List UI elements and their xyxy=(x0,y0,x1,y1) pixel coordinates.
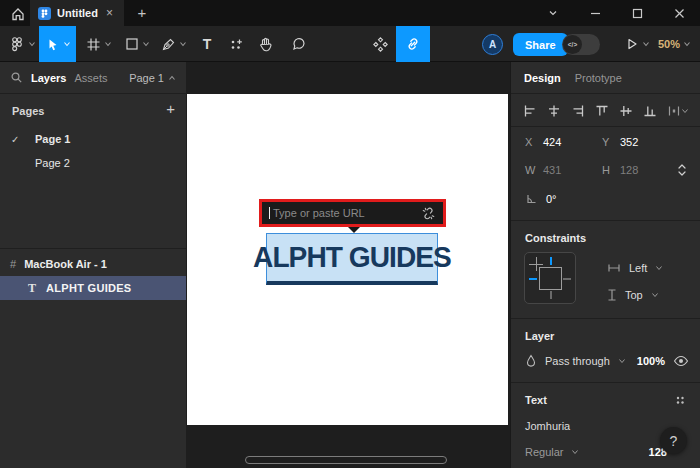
pen-icon xyxy=(161,37,176,52)
dev-mode-toggle[interactable]: </> xyxy=(562,34,600,55)
text-tool-button[interactable]: T xyxy=(196,26,218,62)
new-tab-icon[interactable]: + xyxy=(133,4,151,22)
layer-row-text-selected[interactable]: T ALPHT GUIDES xyxy=(0,276,186,300)
add-page-icon[interactable]: + xyxy=(166,100,175,117)
chevron-down-icon xyxy=(681,107,689,115)
vertical-constraint-value: Top xyxy=(625,289,643,301)
y-value: 352 xyxy=(620,136,638,148)
distribute-icon xyxy=(667,104,681,118)
main-menu-button[interactable] xyxy=(6,26,38,62)
page-row-1[interactable]: ✓ Page 1 xyxy=(0,128,186,150)
play-icon xyxy=(625,37,639,51)
font-family-value: Jomhuria xyxy=(525,420,570,432)
visibility-eye-icon[interactable] xyxy=(673,355,689,367)
blend-mode-icon[interactable] xyxy=(525,354,537,368)
opacity-value[interactable]: 100% xyxy=(637,355,665,367)
width-field[interactable]: W 431 xyxy=(525,164,561,176)
create-link-button[interactable] xyxy=(396,26,430,62)
figma-file-icon xyxy=(38,7,51,20)
link-icon xyxy=(405,36,421,52)
constrain-proportions-toggle[interactable] xyxy=(675,162,689,178)
align-horizontal-center-icon[interactable] xyxy=(547,104,561,118)
window-close-icon[interactable] xyxy=(658,0,700,26)
blend-mode-value[interactable]: Pass through xyxy=(545,355,610,367)
rotation-field[interactable]: 0° xyxy=(525,192,557,205)
tab-design[interactable]: Design xyxy=(524,72,561,84)
align-right-icon[interactable] xyxy=(571,104,585,118)
chevron-down-icon xyxy=(104,40,112,48)
horizontal-scrollbar[interactable] xyxy=(245,456,447,464)
constraint-left-tick[interactable] xyxy=(529,278,537,280)
zoom-menu[interactable]: 50% xyxy=(658,26,691,62)
actions-button[interactable] xyxy=(225,26,247,62)
create-component-button[interactable] xyxy=(367,26,393,62)
height-field[interactable]: H 128 xyxy=(602,164,638,176)
window-maximize-icon[interactable] xyxy=(616,0,658,26)
rectangle-icon xyxy=(125,37,139,51)
divider xyxy=(511,318,700,319)
help-button[interactable]: ? xyxy=(660,427,687,454)
chevron-down-icon xyxy=(683,40,691,48)
window-menu-chevron-icon[interactable] xyxy=(532,0,574,26)
align-bottom-icon[interactable] xyxy=(643,104,657,118)
text-layer-icon: T xyxy=(28,281,36,296)
comment-tool-button[interactable] xyxy=(287,26,311,62)
vertical-constraint-dropdown[interactable]: Top xyxy=(607,288,659,302)
constraint-bottom-tick[interactable] xyxy=(550,291,552,299)
cursor-icon xyxy=(45,37,60,52)
x-position-field[interactable]: X 424 xyxy=(525,136,561,148)
hand-tool-button[interactable] xyxy=(254,26,278,62)
right-sidebar-tabs: Design Prototype xyxy=(511,62,700,94)
frame-hash-icon: # xyxy=(10,258,16,270)
tab-prototype[interactable]: Prototype xyxy=(575,72,622,84)
window-minimize-icon[interactable] xyxy=(574,0,616,26)
constraints-widget[interactable] xyxy=(524,252,576,304)
constraint-right-tick[interactable] xyxy=(563,278,571,280)
share-button[interactable]: Share xyxy=(513,33,568,56)
constraint-top-tick[interactable] xyxy=(550,257,552,265)
comment-bubble-icon xyxy=(291,36,307,52)
horizontal-constraint-icon xyxy=(607,263,621,273)
align-vertical-center-icon[interactable] xyxy=(619,104,633,118)
shape-tool-button[interactable] xyxy=(120,26,154,62)
canvas[interactable]: Type or paste URL ALPHT GUIDES xyxy=(186,62,510,468)
frame-layer-name: MacBook Air - 1 xyxy=(24,258,107,270)
text-header: Text xyxy=(525,394,547,406)
unlink-icon[interactable] xyxy=(421,206,436,221)
vertical-constraint-icon xyxy=(607,288,617,302)
align-top-icon[interactable] xyxy=(595,104,609,118)
frame-icon xyxy=(86,37,101,52)
home-icon[interactable] xyxy=(9,5,27,23)
y-label: Y xyxy=(602,136,620,148)
present-button[interactable] xyxy=(622,26,652,62)
x-label: X xyxy=(525,136,543,148)
pen-tool-button[interactable] xyxy=(157,26,191,62)
chevron-down-icon xyxy=(179,40,187,48)
font-family-dropdown[interactable]: Jomhuria xyxy=(525,420,570,432)
frame-tool-button[interactable] xyxy=(82,26,116,62)
distribute-spacing-menu[interactable] xyxy=(667,104,689,118)
link-url-popup[interactable]: Type or paste URL xyxy=(259,199,446,227)
move-tool-button[interactable] xyxy=(39,26,76,62)
avatar[interactable]: A xyxy=(482,34,503,55)
text-layer-name: ALPHT GUIDES xyxy=(46,282,132,294)
align-left-icon[interactable] xyxy=(523,104,537,118)
tab-assets[interactable]: Assets xyxy=(74,72,107,84)
horizontal-constraint-dropdown[interactable]: Left xyxy=(607,262,663,274)
tab-layers[interactable]: Layers xyxy=(31,72,66,84)
actions-dot-grid-icon xyxy=(229,37,244,52)
font-weight-value[interactable]: Regular xyxy=(525,446,564,458)
text-styles-icon[interactable] xyxy=(674,394,686,406)
layer-row-frame[interactable]: # MacBook Air - 1 xyxy=(0,253,186,275)
selected-text-element[interactable]: ALPHT GUIDES xyxy=(266,233,438,285)
pages-header: Pages xyxy=(12,105,44,117)
component-diamonds-icon xyxy=(372,36,389,53)
tab-close-icon[interactable]: × xyxy=(106,6,113,20)
page-selector[interactable]: Page 1 xyxy=(129,72,176,84)
w-label: W xyxy=(525,164,543,176)
page-row-2[interactable]: Page 2 xyxy=(0,152,186,174)
y-position-field[interactable]: Y 352 xyxy=(602,136,638,148)
url-input[interactable]: Type or paste URL xyxy=(273,207,420,219)
file-tab[interactable]: Untitled × xyxy=(30,0,124,26)
search-icon[interactable] xyxy=(10,71,23,84)
